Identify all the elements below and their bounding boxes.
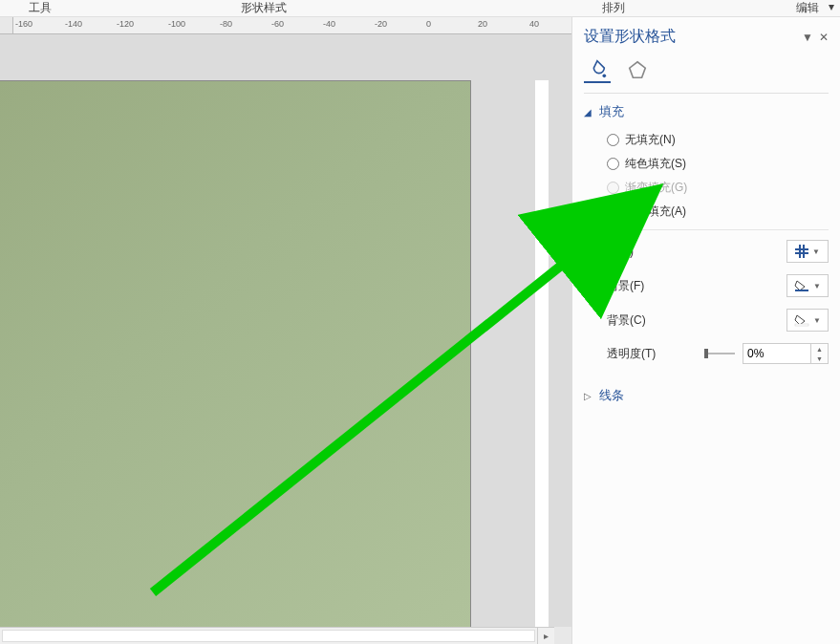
group-edit: 编辑	[796, 0, 819, 16]
document-area: -160 -140 -120 -100 -80 -60 -40 -20 0 20…	[0, 17, 571, 644]
svg-rect-4	[795, 290, 808, 291]
ruler-tick: -160	[15, 19, 32, 29]
chevron-down-icon: ▼	[812, 247, 820, 256]
transparency-spinbox[interactable]: ▲ ▼	[743, 343, 829, 364]
ruler-tick: -100	[168, 19, 185, 29]
svg-point-2	[603, 75, 607, 78]
group-arrange: 排列	[602, 0, 625, 16]
fill-label: 填充	[599, 103, 624, 120]
background-label: 背景(C)	[607, 312, 646, 329]
transparency-slider[interactable]	[704, 353, 735, 354]
group-tools: 工具	[29, 0, 52, 16]
ruler-tick: -60	[271, 19, 284, 29]
ruler-tick: -120	[117, 19, 134, 29]
expand-icon: ▷	[584, 391, 593, 401]
background-color-dropdown[interactable]: ▼	[786, 309, 829, 332]
line-section-header[interactable]: ▷ 线条	[584, 385, 829, 406]
background-row: 背景(C) ▼	[607, 303, 829, 337]
paint-bucket-icon	[794, 313, 809, 327]
ruler-corner	[0, 17, 13, 34]
ribbon-overflow-icon[interactable]: ▾	[829, 0, 834, 13]
transparency-input[interactable]	[743, 344, 810, 363]
transparency-label: 透明度(T)	[607, 346, 656, 362]
chevron-down-icon: ▼	[813, 316, 821, 325]
horizontal-scrollbar[interactable]: ▸	[0, 627, 554, 644]
svg-marker-3	[630, 62, 646, 78]
pattern-properties: 式(P) ▼ 前景(F) ▼ 背景(C) ▼	[584, 229, 829, 370]
spin-up-icon[interactable]: ▲	[811, 344, 828, 354]
line-label: 线条	[599, 387, 624, 404]
panel-tabs	[572, 51, 840, 93]
radio-input	[607, 182, 619, 194]
pattern-swatch-icon	[795, 245, 808, 258]
top-ribbon-groups: 工具 形状样式 排列 编辑 ▾	[0, 0, 840, 17]
pattern-label: 式(P)	[607, 244, 634, 260]
radio-gradient-fill: 渐变填充(G)	[607, 176, 829, 200]
radio-input[interactable]	[607, 134, 619, 146]
fill-type-group: 无填充(N) 纯色填充(S) 渐变填充(G) 图案填充(A)	[584, 122, 829, 229]
panel-menu-icon[interactable]: ▼	[802, 31, 813, 44]
foreground-color-dropdown[interactable]: ▼	[786, 274, 829, 297]
radio-no-fill[interactable]: 无填充(N)	[607, 128, 829, 152]
foreground-row: 前景(F) ▼	[607, 268, 829, 303]
shape-rectangle[interactable]	[0, 80, 471, 627]
scroll-right-icon[interactable]: ▸	[537, 628, 554, 644]
svg-rect-5	[795, 324, 808, 326]
pattern-dropdown[interactable]: ▼	[786, 240, 829, 263]
ruler-tick: -40	[323, 19, 335, 29]
ruler-tick: -80	[220, 19, 232, 29]
panel-close-icon[interactable]: ✕	[819, 31, 829, 44]
spin-down-icon[interactable]: ▼	[811, 354, 828, 363]
fill-section-header[interactable]: ◢ 填充	[584, 101, 829, 122]
tab-effects-icon[interactable]	[624, 56, 651, 83]
foreground-label: 前景(F)	[607, 278, 644, 294]
transparency-row: 透明度(T) ▲ ▼	[607, 337, 829, 370]
fill-section: ◢ 填充 无填充(N) 纯色填充(S) 渐变填充(G) 图案填充(A)	[572, 94, 840, 377]
pattern-row: 式(P) ▼	[607, 234, 829, 268]
ruler-tick: 40	[529, 19, 539, 29]
chevron-down-icon: ▼	[813, 282, 821, 290]
ruler-tick: -20	[375, 19, 387, 29]
page-edge	[535, 80, 549, 627]
ruler-tick: 20	[478, 19, 487, 29]
scrollbar-track[interactable]	[2, 630, 535, 642]
collapse-icon: ◢	[584, 107, 593, 118]
radio-input[interactable]	[607, 158, 619, 170]
radio-input[interactable]	[607, 205, 619, 218]
ruler-tick: -140	[65, 19, 82, 29]
radio-pattern-fill[interactable]: 图案填充(A)	[607, 200, 829, 224]
ruler-tick: 0	[426, 19, 431, 29]
format-shape-panel: 设置形状格式 ▼ ✕ ◢ 填充 无填充(N) 纯色填充(S)	[571, 17, 840, 644]
line-section: ▷ 线条	[572, 377, 840, 414]
canvas[interactable]	[0, 34, 571, 627]
tab-fill-line-icon[interactable]	[584, 56, 611, 83]
paint-bucket-icon	[794, 279, 809, 292]
panel-title: 设置形状格式	[584, 27, 676, 47]
slider-thumb[interactable]	[704, 349, 708, 358]
radio-solid-fill[interactable]: 纯色填充(S)	[607, 152, 829, 176]
group-shape-style: 形状样式	[241, 0, 287, 16]
horizontal-ruler[interactable]: -160 -140 -120 -100 -80 -60 -40 -20 0 20…	[13, 17, 571, 34]
